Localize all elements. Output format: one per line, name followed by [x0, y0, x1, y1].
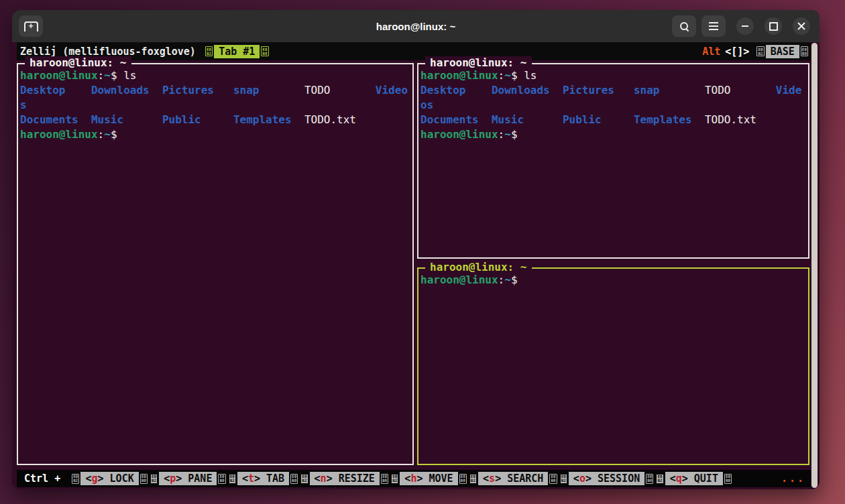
terminal-window: haroon@linux: ~ Zellij (mellifluous-foxg… [12, 10, 820, 489]
missing-glyph-box: E0B0 [646, 474, 653, 484]
close-button[interactable] [793, 17, 810, 35]
pane-title: haroon@linux: ~ [425, 261, 532, 273]
window-titlebar[interactable]: haroon@linux: ~ [12, 10, 820, 42]
tab-label: Tab #1 [214, 45, 260, 58]
session-name: Zellij (mellifluous-foxglove) [17, 46, 196, 58]
pane-top-right[interactable]: haroon@linux: ~ haroon@linux:~$ lsDeskto… [417, 63, 809, 259]
terminal-output: haroon@linux:~$ lsDesktop Downloads Pict… [418, 64, 808, 142]
minimize-button[interactable] [736, 17, 754, 35]
missing-glyph-box: E0B2 [560, 474, 567, 484]
tab-bar-right-hints: Alt <[]> E0B2 BASE E0B0 [702, 45, 811, 58]
zellij-status-bar: Ctrl + E0B2<g> LOCKE0B0E0B2<p> PANEE0B0E… [17, 470, 811, 487]
alt-hint-label: Alt [702, 46, 720, 58]
missing-glyph-box: E0B0 [140, 474, 148, 484]
statusbar-hint-search: <s> SEARCH [478, 472, 548, 485]
alt-hint-keys: <[]> [725, 46, 749, 58]
statusbar-hint-move: <h> MOVE [400, 472, 457, 485]
statusbar-hint-tab: <t> TAB [237, 472, 289, 485]
missing-glyph-box: E0B2 [391, 474, 398, 484]
search-button[interactable] [672, 15, 696, 37]
missing-glyph-box: E0B0 [801, 46, 808, 56]
missing-glyph-box: E0B0 [290, 474, 298, 484]
hamburger-menu-icon [709, 22, 718, 30]
statusbar-hint-quit: <q> QUIT [665, 472, 723, 485]
zellij-tab-bar: Zellij (mellifluous-foxglove) E0B2 Tab #… [17, 42, 811, 60]
missing-glyph-box: E0B0 [459, 474, 467, 484]
terminal-output: haroon@linux:~$ lsDesktop Downloads Pict… [18, 64, 412, 142]
missing-glyph-box: E0B2 [205, 46, 213, 56]
terminal-content-area: Zellij (mellifluous-foxglove) E0B2 Tab #… [12, 42, 820, 489]
close-icon [797, 22, 805, 30]
pane-title: haroon@linux: ~ [25, 56, 131, 69]
missing-glyph-box: E0B2 [756, 46, 764, 56]
ctrl-prefix: Ctrl + [17, 472, 70, 485]
missing-glyph-box: E0B2 [229, 474, 236, 484]
new-tab-icon [24, 21, 38, 32]
missing-glyph-box: E0B0 [549, 474, 557, 484]
pane-bottom-right-focused[interactable]: haroon@linux: ~ haroon@linux:~$ [417, 267, 809, 465]
tab-tab1[interactable]: E0B2 Tab #1 E0B0 [204, 45, 270, 58]
missing-glyph-box: E0B2 [300, 474, 308, 484]
missing-glyph-box: E0B2 [469, 474, 477, 484]
statusbar-hint-pane: <p> PANE [159, 472, 217, 485]
maximize-icon [769, 22, 778, 31]
statusbar-hint-lock: <g> LOCK [80, 472, 138, 485]
pane-title: haroon@linux: ~ [425, 56, 532, 69]
pane-top-left[interactable]: haroon@linux: ~ haroon@linux:~$ lsDeskto… [17, 63, 414, 465]
new-tab-button[interactable] [19, 15, 43, 37]
desktop-background: { "titlebar": { "title": "haroon@linux: … [0, 0, 845, 504]
statusbar-keys: E0B2<g> LOCKE0B0E0B2<p> PANEE0B0E0B2<t> … [70, 472, 733, 485]
menu-button[interactable] [701, 15, 726, 37]
mode-indicator: BASE [766, 45, 799, 58]
maximize-button[interactable] [765, 17, 782, 35]
missing-glyph-box: E0B0 [724, 474, 732, 484]
terminal-scrollbar[interactable] [811, 43, 818, 488]
missing-glyph-box: E0B2 [72, 474, 79, 484]
more-indicator: ... [781, 472, 811, 485]
minimize-icon [742, 25, 748, 27]
missing-glyph-box: E0B0 [381, 474, 388, 484]
missing-glyph-box: E0B2 [656, 474, 663, 484]
statusbar-hint-session: <o> SESSION [569, 472, 644, 485]
missing-glyph-box: E0B0 [218, 474, 225, 484]
missing-glyph-box: E0B0 [261, 46, 268, 56]
statusbar-hint-resize: <n> RESIZE [310, 472, 380, 485]
missing-glyph-box: E0B2 [150, 474, 158, 484]
search-icon [680, 22, 688, 30]
